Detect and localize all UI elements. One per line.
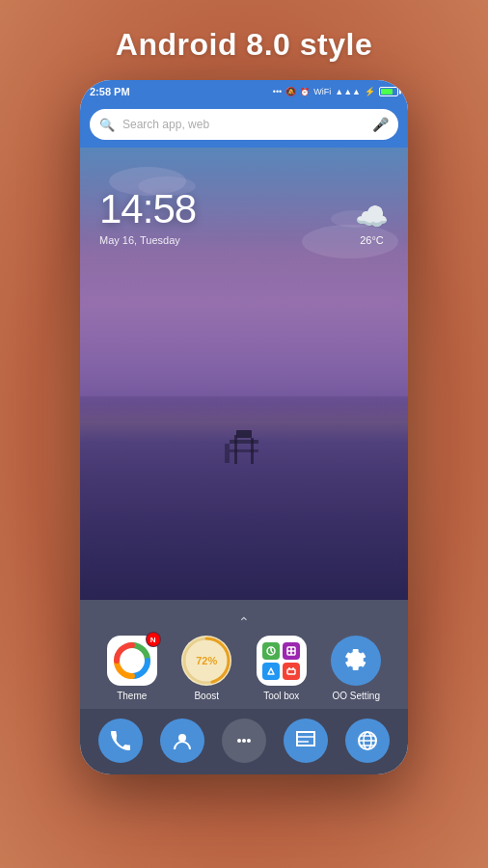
phone-icon: [110, 730, 131, 751]
theme-badge: N: [146, 632, 161, 647]
app-row: N Theme 72% Boost: [80, 636, 408, 701]
svg-rect-2: [230, 440, 258, 444]
battery-icon: [379, 87, 398, 96]
clock-widget: 14:58 May 16, Tuesday: [99, 186, 196, 246]
app-item-oo-setting[interactable]: OO Setting: [331, 636, 381, 701]
weather-temperature: 26°C: [360, 234, 384, 246]
battery-fill: [381, 89, 393, 95]
messages-icon: [295, 730, 316, 751]
contacts-icon: [172, 730, 193, 751]
search-placeholder: Search app, web: [122, 118, 365, 131]
theme-label: Theme: [117, 691, 147, 701]
toolbox-cell-3: [262, 663, 280, 680]
toolbox-bottom-row: [262, 663, 300, 680]
app-item-boost[interactable]: 72% Boost: [181, 636, 231, 701]
search-bar[interactable]: 🔍 Search app, web 🎤: [90, 109, 398, 140]
bottom-nav: [80, 709, 408, 774]
oo-settings-icon: [331, 636, 381, 686]
toolbox-label: Tool box: [263, 691, 299, 701]
toolbox-cell-4: [283, 663, 300, 680]
battery-tip: [399, 90, 401, 95]
phone-frame: 2:58 PM ••• 🔕 ⏰ WiFi ▲▲▲ ⚡ 🔍 Search app,…: [80, 80, 408, 774]
app-item-toolbox[interactable]: Tool box: [257, 636, 307, 701]
boost-icon-container: 72%: [181, 636, 231, 686]
status-icons: ••• 🔕 ⏰ WiFi ▲▲▲ ⚡: [273, 87, 398, 96]
all-apps-icon: [233, 730, 255, 751]
toolbox-cell-1: [262, 642, 280, 660]
alarm-icon: ⏰: [300, 88, 310, 96]
svg-point-22: [247, 739, 251, 743]
microphone-icon[interactable]: 🎤: [372, 117, 389, 132]
svg-point-21: [242, 739, 246, 743]
chevron-up-icon: ⌃: [238, 614, 250, 630]
toolbox-top-row: [262, 642, 300, 660]
svg-point-19: [178, 734, 186, 742]
nav-apps-button[interactable]: [222, 719, 266, 763]
weather-cloud-icon: ☁️: [355, 201, 389, 232]
wallpaper-area: 14:58 May 16, Tuesday ☁️ 26°C: [80, 148, 408, 600]
bolt-icon: ⚡: [365, 87, 375, 96]
svg-rect-5: [236, 430, 252, 438]
gear-svg: [342, 647, 369, 674]
status-time: 2:58 PM: [90, 86, 130, 97]
svg-rect-4: [230, 449, 258, 452]
app-item-theme[interactable]: N Theme: [107, 636, 157, 701]
svg-line-12: [271, 651, 273, 653]
wifi-icon: WiFi: [313, 87, 331, 96]
weather-widget: ☁️ 26°C: [355, 201, 389, 246]
clock-time: 14:58: [99, 186, 196, 232]
pier-silhouette: [215, 430, 273, 464]
signal-dots-icon: •••: [273, 87, 282, 96]
browser-icon: [357, 730, 378, 751]
oo-setting-label: OO Setting: [333, 691, 380, 701]
boost-ring-svg: [181, 636, 231, 686]
nav-browser-button[interactable]: [345, 719, 390, 763]
nav-messages-button[interactable]: [284, 719, 328, 763]
page-title: Android 8.0 style: [116, 27, 372, 63]
svg-point-20: [237, 739, 241, 743]
nav-row: [80, 719, 408, 763]
toolbox-icon: [257, 636, 307, 686]
toolbox-cell-2: [283, 642, 300, 660]
svg-rect-16: [287, 669, 295, 674]
search-bar-container: 🔍 Search app, web 🎤: [80, 103, 408, 148]
app-dock: ⌃: [80, 600, 408, 709]
theme-icon-container: N: [107, 636, 157, 686]
signal-icon: ▲▲▲: [335, 87, 361, 96]
svg-rect-3: [225, 444, 230, 463]
nav-phone-button[interactable]: [98, 719, 143, 763]
water-overlay: [80, 396, 408, 600]
mute-icon: 🔕: [285, 87, 296, 96]
svg-point-7: [124, 653, 140, 668]
status-bar: 2:58 PM ••• 🔕 ⏰ WiFi ▲▲▲ ⚡: [80, 80, 408, 103]
theme-ring-svg: [112, 640, 152, 681]
clock-date: May 16, Tuesday: [99, 234, 196, 246]
nav-contacts-button[interactable]: [160, 719, 204, 763]
search-icon: 🔍: [99, 118, 115, 132]
chevron-row: ⌃: [80, 614, 408, 630]
boost-label: Boost: [194, 691, 219, 701]
